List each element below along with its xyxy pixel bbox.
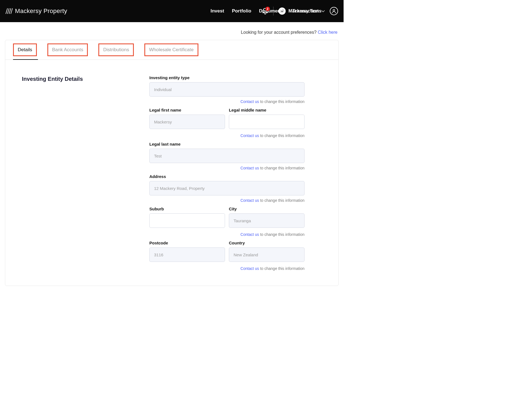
tab-bank-accounts[interactable]: Bank Accounts: [47, 43, 88, 56]
brand-logo[interactable]: Mackersy Property: [6, 7, 67, 15]
input-last-name: [149, 149, 305, 163]
tab-bar: Details Bank Accounts Distributions Whol…: [5, 40, 338, 60]
field-address: Address: [149, 174, 305, 195]
label-last-name: Legal last name: [149, 142, 305, 146]
help-rest: to change this information: [259, 166, 305, 170]
label-address: Address: [149, 174, 305, 179]
chevron-down-icon: [321, 10, 325, 12]
preferences-link[interactable]: Click here: [318, 30, 337, 35]
tab-wholesale-certificate[interactable]: Wholesale Certificate: [144, 43, 198, 56]
input-city: [229, 213, 305, 228]
person-icon: [331, 9, 336, 14]
contact-us-link[interactable]: Contact us: [241, 133, 259, 138]
details-form: Investing Entity Details Investing entit…: [5, 60, 338, 286]
label-middle-name: Legal middle name: [229, 108, 305, 112]
contact-us-link[interactable]: Contact us: [241, 166, 259, 170]
input-suburb: [149, 213, 225, 228]
svg-point-0: [333, 9, 335, 11]
notification-badge: 2: [265, 7, 270, 11]
field-middle-name: Legal middle name: [229, 108, 305, 129]
contact-us-link[interactable]: Contact us: [241, 198, 259, 203]
field-last-name: Legal last name: [149, 142, 305, 163]
help-rest: to change this information: [259, 232, 305, 237]
nav-transactions[interactable]: Transactions: [292, 8, 321, 14]
input-first-name: [149, 115, 225, 129]
notifications-button[interactable]: 2: [262, 8, 268, 14]
preferences-hint: Looking for your account preferences? Cl…: [0, 22, 344, 40]
help-rest: to change this information: [259, 266, 305, 271]
input-middle-name: [229, 115, 305, 129]
app-header: Mackersy Property Invest Portfolio Docum…: [0, 0, 344, 22]
input-postcode: [149, 247, 225, 262]
label-first-name: Legal first name: [149, 108, 225, 112]
contact-us-link[interactable]: Contact us: [241, 232, 259, 237]
label-postcode: Postcode: [149, 241, 225, 245]
input-entity-type: [149, 82, 305, 97]
field-first-name: Legal first name: [149, 108, 225, 129]
help-rest: to change this information: [259, 198, 305, 203]
fields-column: Investing entity type Contact us to chan…: [149, 75, 305, 275]
tab-details[interactable]: Details: [13, 43, 37, 56]
brand-name: Mackersy Property: [15, 7, 67, 15]
help-last-name: Contact us to change this information: [149, 166, 305, 170]
nav-invest[interactable]: Invest: [211, 8, 224, 14]
field-postcode: Postcode: [149, 241, 225, 262]
contact-us-link[interactable]: Contact us: [241, 266, 259, 271]
contact-us-link[interactable]: Contact us: [241, 99, 259, 104]
preferences-text: Looking for your account preferences?: [241, 30, 318, 35]
help-entity-type: Contact us to change this information: [149, 99, 305, 104]
section-title: Investing Entity Details: [22, 75, 138, 275]
help-address: Contact us to change this information: [149, 198, 305, 203]
profile-icon-button[interactable]: [330, 7, 338, 15]
help-country: Contact us to change this information: [149, 266, 305, 271]
help-rest: to change this information: [259, 99, 305, 104]
help-name: Contact us to change this information: [149, 133, 305, 138]
field-country: Country: [229, 241, 305, 262]
tab-distributions[interactable]: Distributions: [98, 43, 134, 56]
input-country: [229, 247, 305, 262]
entity-card: Details Bank Accounts Distributions Whol…: [5, 40, 339, 286]
field-entity-type: Investing entity type: [149, 75, 305, 97]
field-suburb: Suburb: [149, 206, 225, 228]
logo-stripes-icon: [6, 8, 13, 14]
field-city: City: [229, 206, 305, 228]
label-country: Country: [229, 241, 305, 245]
nav-portfolio[interactable]: Portfolio: [232, 8, 251, 14]
label-suburb: Suburb: [149, 206, 225, 211]
label-city: City: [229, 206, 305, 211]
label-entity-type: Investing entity type: [149, 75, 305, 80]
input-address: [149, 181, 305, 195]
help-rest: to change this information: [259, 133, 305, 138]
help-city: Contact us to change this information: [149, 232, 305, 237]
